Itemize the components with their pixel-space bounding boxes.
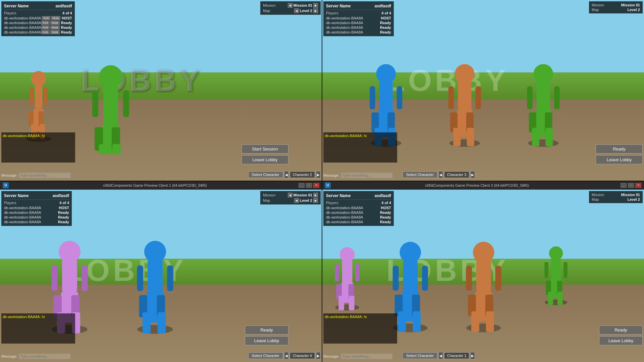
server-label-br: Server Name [326, 193, 351, 198]
mission-panel-tr: Mission Mission 01 Map Level 2 [589, 1, 643, 13]
close-btn-bl[interactable]: ✕ [313, 183, 319, 188]
char-bar-bl: Select Character ◀ Character 4 ▶ [248, 352, 321, 359]
chat-message-tl: db-workstation-BAA8A: hi [3, 134, 74, 138]
mission-arrow-left-tl[interactable]: ◀ [288, 3, 292, 8]
select-character-btn-bl[interactable]: Select Character [248, 352, 283, 359]
ue-logo-bl: U [3, 182, 9, 188]
mute-btn-1-tl[interactable]: Mute [51, 16, 60, 20]
mission-label-tr: Mission [592, 3, 604, 7]
message-input-bl[interactable] [19, 353, 71, 359]
start-session-button-tl[interactable]: Start Session [241, 144, 288, 154]
maximize-btn-bl[interactable]: □ [306, 183, 312, 188]
panel-top-left: LOBBY [0, 0, 322, 181]
player1-name-bl: db-workstation-BAA8A [4, 206, 41, 210]
kick-btn-3-tl[interactable]: Kick [41, 25, 50, 29]
player3-status-tl: Ready [61, 25, 72, 29]
ready-button-br[interactable]: Ready [599, 325, 643, 335]
mission-arrow-right-tl[interactable]: ▶ [313, 3, 318, 8]
char-arrow-left-br[interactable]: ◀ [438, 352, 443, 359]
kick-btn-1-tl[interactable]: Kick [42, 16, 50, 20]
ready-button-bl[interactable]: Ready [245, 325, 288, 335]
player2-name-br: db-workstation-BAA8A [326, 210, 363, 215]
char-label-tr2: Character 3 [444, 171, 469, 178]
window-controls-br: _ □ ✕ [621, 183, 641, 188]
maximize-btn-br[interactable]: □ [628, 183, 634, 188]
chat-area-tr: db-workstation-BAA8A: hi [323, 132, 397, 163]
mission-arrow-right-bl[interactable]: ▶ [313, 193, 318, 197]
message-input-tr[interactable] [341, 172, 393, 178]
mission-panel-tl: Mission ◀ Mission 01 ▶ Map ◀ Level 2 ▶ [260, 1, 321, 15]
map-arrow-right-bl[interactable]: ▶ [313, 198, 318, 203]
player3-status-br: Ready [380, 215, 391, 219]
server-value-tr: asdfasdf [375, 4, 391, 8]
char-arrow-right-tl[interactable]: ▶ [316, 171, 321, 178]
player3-name-tl: db-workstation-BAA8A [4, 25, 41, 29]
map-arrow-left-bl[interactable]: ◀ [294, 198, 299, 203]
leave-lobby-button-bl[interactable]: Leave Lobby [245, 336, 288, 345]
chat-message-br: db-workstation-BAA8A: hi [325, 315, 396, 319]
chat-text-br: hi [364, 315, 367, 319]
mission-arrow-left-bl[interactable]: ◀ [288, 193, 292, 197]
char-arrow-left-tl[interactable]: ◀ [284, 171, 289, 178]
leave-lobby-button-br[interactable]: Leave Lobby [599, 336, 643, 345]
panel-bottom-right: U n00dComponents Game Preview Client 3 (… [322, 181, 644, 362]
player1-name-br: db-workstation-BAA8A [326, 206, 363, 210]
char-arrow-left-tr[interactable]: ◀ [438, 171, 443, 178]
server-label-tl: Server Name [4, 4, 29, 8]
select-character-btn-tr[interactable]: Select Character [402, 171, 437, 178]
char-arrow-left-bl[interactable]: ◀ [284, 352, 289, 359]
chat-message-bl: db-workstation-BAA8A: hi [3, 315, 74, 319]
player4-status-br: Ready [380, 220, 391, 224]
select-character-button-tl[interactable]: Select Character [248, 171, 283, 178]
players-count-tr: 4 of 4 [381, 11, 391, 15]
player3-name-bl: db-workstation-BAA8A [4, 215, 41, 219]
player2-status-tl: Ready [61, 21, 72, 25]
kick-btn-2-tl[interactable]: Kick [41, 21, 50, 25]
mute-btn-3-tl[interactable]: Mute [50, 25, 60, 29]
player1-status-bl: HOST [59, 206, 69, 210]
map-value-bl: Level 2 [300, 198, 312, 202]
player4-name-bl: db-workstation-BAA8A [4, 220, 41, 224]
map-arrow-left-tl[interactable]: ◀ [294, 8, 299, 13]
minimize-btn-br[interactable]: _ [621, 183, 627, 188]
chat-text-bl: hi [42, 315, 45, 319]
info-panel-tr: Server Name asdfasdf Players 4 of 4 db-w… [323, 1, 394, 36]
char-label-br: Character 1 [444, 352, 469, 359]
select-character-btn-br[interactable]: Select Character [402, 352, 437, 359]
mission-value-tl: Mission 01 [293, 3, 312, 7]
action-buttons-bl: Ready Leave Lobby [245, 325, 288, 345]
leave-lobby-button-tr[interactable]: Leave Lobby [596, 155, 643, 164]
title-text-br: n00dComponents Game Preview Client 3 (64… [333, 183, 621, 187]
map-label-tr: Map [592, 8, 599, 12]
players-count-bl: 4 of 4 [59, 201, 69, 205]
player2-status-br: Ready [380, 210, 391, 215]
title-text-bl: n00dComponents Game Preview Client 1 (64… [11, 183, 299, 187]
char-arrow-right-tr[interactable]: ▶ [470, 171, 475, 178]
mute-btn-4-tl[interactable]: Mute [50, 30, 60, 34]
mission-panel-br: Mission Mission 01 Map Level 2 [589, 191, 643, 203]
mission-value-bl: Mission 01 [293, 193, 312, 197]
message-input-tl[interactable] [19, 172, 71, 178]
ready-button-tr[interactable]: Ready [596, 144, 643, 154]
char-select-row-br: Select Character ◀ Character 1 ▶ [402, 352, 475, 359]
info-panel-bl: Server Name asdfasdf Players 4 of 4 db-w… [1, 191, 72, 226]
ue-logo-br: U [325, 182, 331, 188]
minimize-btn-bl[interactable]: _ [299, 183, 305, 188]
map-arrow-right-tl[interactable]: ▶ [313, 8, 318, 13]
mute-btn-2-tl[interactable]: Mute [50, 21, 60, 25]
player1-status-tl: HOST [62, 16, 72, 20]
chat-name-bl: db-workstation-BAA8A: [3, 315, 41, 319]
action-buttons-tr: Ready Leave Lobby [596, 144, 643, 164]
message-bar-tr: Message: [323, 172, 393, 178]
close-btn-br[interactable]: ✕ [635, 183, 641, 188]
kick-btn-4-tl[interactable]: Kick [41, 30, 50, 34]
info-panel-br: Server Name asdfasdf Players 4 of 4 db-w… [323, 191, 394, 226]
server-value-tl: asdfasdf [55, 4, 72, 8]
message-bar-tl: Message: [1, 172, 71, 178]
players-label-tl: Players [4, 11, 16, 15]
char-arrow-right-br[interactable]: ▶ [470, 352, 475, 359]
chat-text-tr: hi [364, 134, 367, 138]
char-arrow-right-bl[interactable]: ▶ [316, 352, 321, 359]
message-input-br[interactable] [341, 353, 393, 359]
leave-lobby-button-tl[interactable]: Leave Lobby [241, 155, 288, 164]
